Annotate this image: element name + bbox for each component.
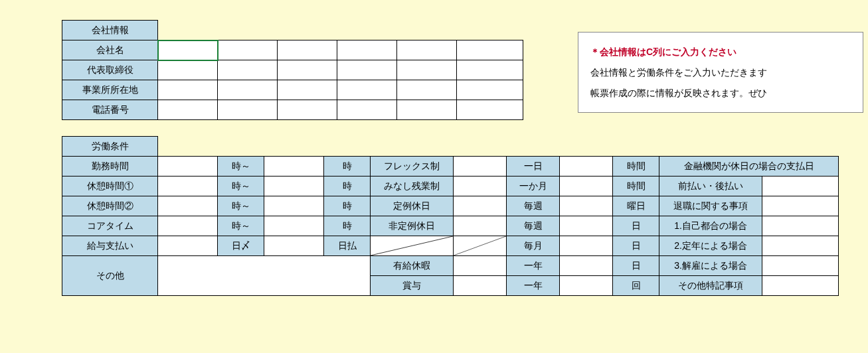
note-line-3: 帳票作成の際に情報が反映されます。ぜひ (590, 88, 767, 98)
cell[interactable] (397, 60, 457, 80)
input-prepost[interactable] (762, 176, 839, 196)
input-core-end[interactable] (264, 216, 324, 236)
cell[interactable] (218, 60, 278, 80)
svg-line-0 (371, 236, 453, 255)
field-ceo: 代表取締役 (62, 60, 158, 80)
label-kai: 回 (613, 276, 659, 296)
input-pay-2[interactable] (264, 236, 324, 256)
teirei-cell[interactable] (454, 196, 507, 216)
label-retire: 退職に関する事項 (659, 196, 762, 216)
input-break1-start[interactable] (158, 176, 218, 196)
minashi-cell[interactable] (454, 176, 507, 196)
cell[interactable] (278, 40, 337, 60)
label-weekly: 毎週 (507, 196, 560, 216)
input-address[interactable] (158, 80, 218, 100)
label-minashi: みなし残業制 (371, 176, 454, 196)
cell[interactable] (337, 40, 397, 60)
cell[interactable] (397, 100, 457, 120)
flex-cell[interactable] (454, 157, 507, 176)
cell[interactable] (457, 100, 523, 120)
label-nichi: 日 (613, 236, 659, 256)
label-jikara: 時～ (218, 176, 264, 196)
input-other[interactable] (158, 256, 371, 296)
input-break1-end[interactable] (264, 176, 324, 196)
label-bank-holiday: 金融機関が休日の場合の支払日 (659, 157, 839, 176)
label-jikara: 時～ (218, 196, 264, 216)
label-nichi: 日 (613, 216, 659, 236)
label-nichiharai: 日払 (324, 236, 371, 256)
label-teirei: 定例休日 (371, 196, 454, 216)
label-tokki: その他特記事項 (659, 276, 762, 296)
label-pay: 給与支払い (62, 236, 158, 256)
cell[interactable] (457, 80, 523, 100)
label-nichishime: 日〆 (218, 236, 264, 256)
label-monthly: 毎月 (507, 236, 560, 256)
input-weekly2[interactable] (560, 216, 613, 236)
label-hours: 勤務時間 (62, 157, 158, 176)
cell[interactable] (397, 40, 457, 60)
input-jiko[interactable] (762, 216, 839, 236)
input-company-name[interactable] (158, 40, 218, 60)
input-hours-end[interactable] (264, 157, 324, 176)
field-company-name: 会社名 (62, 40, 158, 60)
input-kaiko[interactable] (762, 256, 839, 276)
input-retire[interactable] (762, 196, 839, 216)
cell[interactable] (278, 60, 337, 80)
yuukyuu-cell[interactable] (454, 256, 507, 276)
diagonal-cell (371, 236, 454, 256)
label-jiko: 1.自己都合の場合 (659, 216, 762, 236)
label-hiteirei: 非定例休日 (371, 216, 454, 236)
cell[interactable] (337, 60, 397, 80)
label-month: 一か月 (507, 176, 560, 196)
cell[interactable] (397, 80, 457, 100)
input-tokki[interactable] (762, 276, 839, 296)
label-jikan: 時間 (613, 157, 659, 176)
label-day: 一日 (507, 157, 560, 176)
cell[interactable] (337, 100, 397, 120)
input-break2-end[interactable] (264, 196, 324, 216)
input-day[interactable] (560, 157, 613, 176)
label-flex: フレックス制 (371, 157, 454, 176)
hiteirei-cell[interactable] (454, 216, 507, 236)
diagonal-cell (454, 236, 507, 256)
input-tel[interactable] (158, 100, 218, 120)
label-break1: 休憩時間① (62, 176, 158, 196)
instruction-note: ＊会社情報はC列にご入力ください 会社情報と労働条件をご入力いただきます 帳票作… (578, 32, 863, 113)
input-ceo[interactable] (158, 60, 218, 80)
label-ji: 時 (324, 157, 371, 176)
label-shouyo: 賞与 (371, 276, 454, 296)
cell[interactable] (278, 100, 337, 120)
cell[interactable] (218, 80, 278, 100)
input-year2[interactable] (560, 276, 613, 296)
svg-line-1 (454, 236, 506, 255)
input-hours-start[interactable] (158, 157, 218, 176)
input-monthly[interactable] (560, 236, 613, 256)
company-info-table: 会社情報 会社名 代表取締役 事業所所在地 電話番号 (62, 20, 523, 120)
label-prepost: 前払い・後払い (659, 176, 762, 196)
input-core-start[interactable] (158, 216, 218, 236)
input-teinen[interactable] (762, 236, 839, 256)
label-youbi: 曜日 (613, 196, 659, 216)
cell[interactable] (218, 40, 278, 60)
label-ji: 時 (324, 216, 371, 236)
work-conditions-table: 労働条件 勤務時間 時～ 時 フレックス制 一日 時間 金融機関が休日の場合の支… (62, 136, 839, 296)
input-weekly1[interactable] (560, 196, 613, 216)
label-kaiko: 3.解雇による場合 (659, 256, 762, 276)
input-month[interactable] (560, 176, 613, 196)
label-ji: 時 (324, 196, 371, 216)
input-break2-start[interactable] (158, 196, 218, 216)
cell[interactable] (218, 100, 278, 120)
cell[interactable] (278, 80, 337, 100)
label-nichi: 日 (613, 256, 659, 276)
input-year1[interactable] (560, 256, 613, 276)
label-weekly: 毎週 (507, 216, 560, 236)
label-yuukyuu: 有給休暇 (371, 256, 454, 276)
shouyo-cell[interactable] (454, 276, 507, 296)
label-teinen: 2.定年による場合 (659, 236, 762, 256)
work-header: 労働条件 (62, 137, 158, 157)
input-pay-1[interactable] (158, 236, 218, 256)
cell[interactable] (457, 40, 523, 60)
cell[interactable] (337, 80, 397, 100)
label-core: コアタイム (62, 216, 158, 236)
cell[interactable] (457, 60, 523, 80)
